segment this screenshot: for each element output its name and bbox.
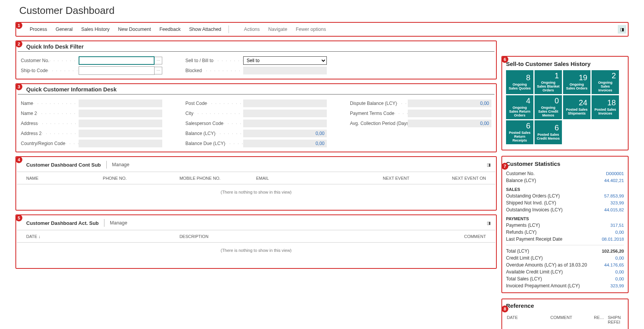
stat-value[interactable]: D000001	[606, 171, 624, 176]
info-value: 0,00	[408, 120, 491, 127]
action-fewer-options[interactable]: Fewer options	[291, 23, 330, 36]
stat-label: Shipped Not Invd. (LCY)	[506, 200, 556, 206]
stat-label: Overdue Amounts (LCY) as of 18.03.20	[506, 262, 587, 268]
stats-title: Customer Statistics	[506, 159, 624, 170]
stat-value[interactable]: 102.256,20	[602, 249, 624, 253]
tile-ongoing-sales-return-orders[interactable]: 4Ongoing Sales Return Orders	[506, 95, 533, 119]
stat-label: Credit Limit (LCY)	[506, 255, 543, 261]
customer-no-lookup[interactable]: ⋯	[155, 57, 162, 64]
sell-to-bill-to-label: Sell to / Bill to	[185, 58, 243, 63]
ship-to-lookup[interactable]: ⋯	[155, 67, 162, 74]
info-label: Avg. Collection Period (Days)	[350, 121, 408, 126]
stat-value[interactable]: 317,51	[610, 223, 624, 228]
column-header[interactable]: NEXT EVENT ON	[409, 176, 486, 181]
action-feedback[interactable]: Feedback	[155, 23, 185, 36]
info-label: Name	[21, 101, 79, 106]
reference: 8 Reference DATE COMMENT RE… SHIPN REFEI…	[501, 299, 629, 329]
info-value	[243, 120, 327, 127]
annotation-5: 5	[15, 214, 22, 221]
info-value	[243, 110, 327, 117]
tile-ongoing-sales-quotes[interactable]: 8Ongoing Sales Quotes	[506, 70, 533, 94]
stat-value[interactable]: 0,00	[615, 230, 624, 235]
customer-dashboard-act-sub: 5 Customer Dashboard Act. Sub Manage ◨ D…	[15, 214, 497, 269]
tile-posted-sales-return-receipts[interactable]: 6Posted Sales Return Receipts	[506, 120, 533, 144]
action-show-attached[interactable]: Show Attached	[185, 23, 225, 36]
column-header[interactable]: MOBILE PHONE NO.	[180, 176, 256, 181]
tile-posted-sales-invoices[interactable]: 18Posted Sales Invoices	[592, 95, 619, 119]
sub1-manage[interactable]: Manage	[112, 162, 129, 167]
info-value	[79, 100, 162, 107]
action-bar-region: 1 ProcessGeneralSales HistoryNew Documen…	[15, 22, 629, 37]
stat-label: Customer No.	[506, 171, 535, 176]
sub2-expand[interactable]: ◨	[485, 219, 492, 226]
column-header[interactable]: NAME	[26, 176, 103, 181]
stat-value[interactable]: 323,99	[610, 201, 624, 205]
info-title: Quick Customer Information Desk	[18, 84, 494, 94]
stat-value[interactable]: 0,00	[615, 277, 624, 281]
column-header[interactable]: NEXT EVENT	[333, 176, 409, 181]
info-label: Country/Region Code	[21, 141, 79, 146]
info-value: 0,00	[408, 100, 491, 107]
column-header[interactable]: DATE ↓	[26, 234, 180, 239]
annotation-3: 3	[15, 83, 22, 90]
stat-label: Total (LCY)	[506, 248, 529, 254]
stat-label: Balance (LCY)	[506, 178, 536, 183]
stat-label: Total Sales (LCY)	[506, 276, 542, 282]
column-header[interactable]: EMAIL	[256, 176, 333, 181]
stat-value[interactable]: 44.015,82	[604, 208, 624, 212]
stat-value[interactable]: 323,99	[610, 283, 624, 288]
sub1-empty: (There is nothing to show in this view)	[17, 184, 495, 208]
action-sales-history[interactable]: Sales History	[77, 23, 114, 36]
column-header[interactable]: PHONE NO.	[103, 176, 180, 181]
info-label: Payment Terms Code	[350, 111, 408, 116]
tile-ongoing-sales-orders[interactable]: 19Ongoing Sales Orders	[563, 70, 590, 94]
stat-value[interactable]: 44.176,65	[604, 263, 624, 267]
sub2-title: Customer Dashboard Act. Sub	[26, 220, 99, 226]
info-label: Address	[21, 121, 79, 126]
stat-value[interactable]: 44.402,21	[604, 178, 624, 183]
quick-info-filter: 2 Quick Info Desk Filter Customer No. ⋯ …	[15, 40, 497, 79]
customer-statistics: 7 Customer Statistics Customer No.D00000…	[501, 156, 629, 293]
tile-ongoing-sales-blanket-orders[interactable]: 1Ongoing Sales Blanket Orders	[535, 70, 562, 94]
expand-factbox-toggle[interactable]: ◨	[618, 25, 626, 34]
ref-col-comment[interactable]: COMMENT	[550, 315, 594, 324]
ref-col-ship[interactable]: SHIPN REFEI	[608, 315, 625, 324]
action-new-document[interactable]: New Document	[114, 23, 155, 36]
sub1-expand[interactable]: ◨	[485, 161, 492, 168]
info-value: 0,00	[243, 140, 327, 147]
blocked-value	[243, 67, 327, 74]
info-label: Salesperson Code	[185, 121, 243, 126]
tile-posted-sales-shipments[interactable]: 24Posted Sales Shipments	[563, 95, 590, 119]
action-process[interactable]: Process	[25, 23, 51, 36]
tile-posted-sales-credit-memos[interactable]: 6Posted Sales Credit Memos	[535, 120, 562, 144]
annotation-7: 7	[501, 163, 508, 170]
stat-value[interactable]: 57.853,99	[604, 194, 624, 198]
annotation-4: 4	[15, 156, 22, 163]
blocked-label: Blocked	[185, 68, 243, 73]
tile-ongoing-sales-credit-memos[interactable]: 0Ongoing Sales Credit Memos	[535, 95, 562, 119]
action-actions[interactable]: Actions	[240, 23, 264, 36]
ref-col-re[interactable]: RE…	[594, 315, 608, 324]
action-navigate[interactable]: Navigate	[264, 23, 291, 36]
stat-label: Available Credit Limit (LCY)	[506, 269, 563, 275]
stat-label: Last Payment Receipt Date	[506, 236, 562, 242]
column-header[interactable]: COMMENT	[333, 234, 486, 239]
stat-value[interactable]: 0,00	[615, 256, 624, 260]
info-label: Balance (LCY)	[185, 131, 243, 136]
stat-value[interactable]: 0,00	[615, 270, 624, 274]
annotation-1: 1	[15, 22, 22, 29]
column-header[interactable]: DESCRIPTION	[180, 234, 333, 239]
ref-col-date[interactable]: DATE	[507, 315, 550, 324]
tile-ongoing-sales-invoices[interactable]: 2Ongoing Sales Invoices	[592, 70, 619, 94]
sub2-manage[interactable]: Manage	[110, 220, 127, 226]
info-label: Post Code	[185, 101, 243, 106]
sub2-empty: (There is nothing to show in this view)	[17, 243, 495, 266]
stat-value[interactable]: 08.01.2018	[602, 237, 624, 241]
ship-to-input[interactable]	[79, 66, 155, 75]
action-general[interactable]: General	[51, 23, 77, 36]
ref-title: Reference	[506, 301, 626, 312]
sell-to-bill-to-select[interactable]: Sell to	[243, 56, 327, 65]
customer-no-input[interactable]	[79, 56, 155, 65]
annotation-2: 2	[15, 40, 22, 47]
info-value	[79, 110, 162, 117]
